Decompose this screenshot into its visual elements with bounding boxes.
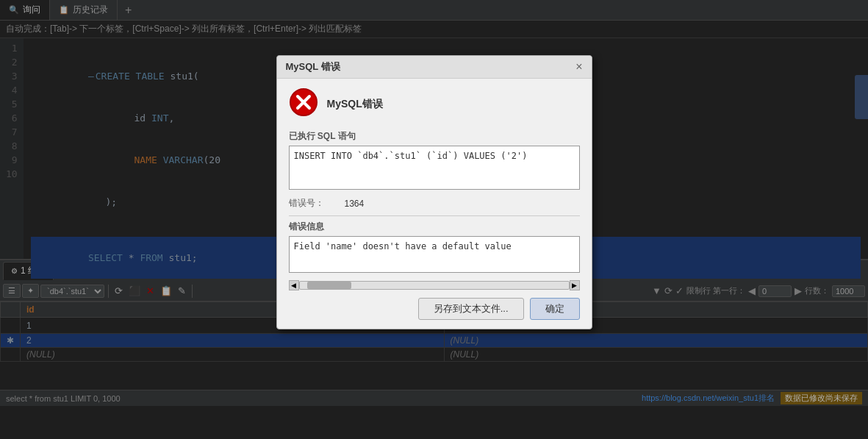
- error-num-value: 1364: [345, 199, 365, 209]
- save-to-file-button[interactable]: 另存到文本文件...: [418, 298, 524, 320]
- scrollbar-track[interactable]: [299, 281, 570, 290]
- error-message-box: Field 'name' doesn't have a default valu…: [289, 236, 580, 273]
- ok-button[interactable]: 确定: [530, 298, 580, 320]
- modal-error-title: MySQL错误: [327, 98, 383, 111]
- modal-scrollbar-row: ◀ ▶: [289, 280, 580, 290]
- modal-header-row: MySQL错误: [289, 88, 580, 121]
- scrollbar-thumb: [307, 282, 351, 289]
- modal-overlay: MySQL 错误 × MySQL错误 已执行 SQL 语句: [0, 0, 868, 439]
- modal-title: MySQL 错误: [286, 60, 340, 74]
- scroll-right-btn[interactable]: ▶: [570, 280, 580, 290]
- sql-text: INSERT INTO `db4`.`stu1` (`id`) VALUES (…: [294, 151, 528, 161]
- error-num-row: 错误号： 1364: [289, 197, 580, 210]
- modal-close-button[interactable]: ×: [575, 61, 582, 73]
- modal-divider: [289, 215, 580, 216]
- scroll-left-btn[interactable]: ◀: [289, 280, 299, 290]
- executed-label: 已执行 SQL 语句: [289, 130, 580, 143]
- modal-buttons: 另存到文本文件... 确定: [289, 298, 580, 320]
- error-info-label: 错误信息: [289, 221, 580, 233]
- error-message-text: Field 'name' doesn't have a default valu…: [294, 241, 512, 251]
- error-modal: MySQL 错误 × MySQL错误 已执行 SQL 语句: [276, 55, 592, 329]
- modal-body: MySQL错误 已执行 SQL 语句 INSERT INTO `db4`.`st…: [277, 79, 592, 329]
- sql-box[interactable]: INSERT INTO `db4`.`stu1` (`id`) VALUES (…: [289, 146, 580, 190]
- error-num-label: 错误号：: [289, 197, 333, 210]
- modal-title-bar: MySQL 错误 ×: [277, 56, 592, 79]
- error-circle-icon: [289, 88, 318, 121]
